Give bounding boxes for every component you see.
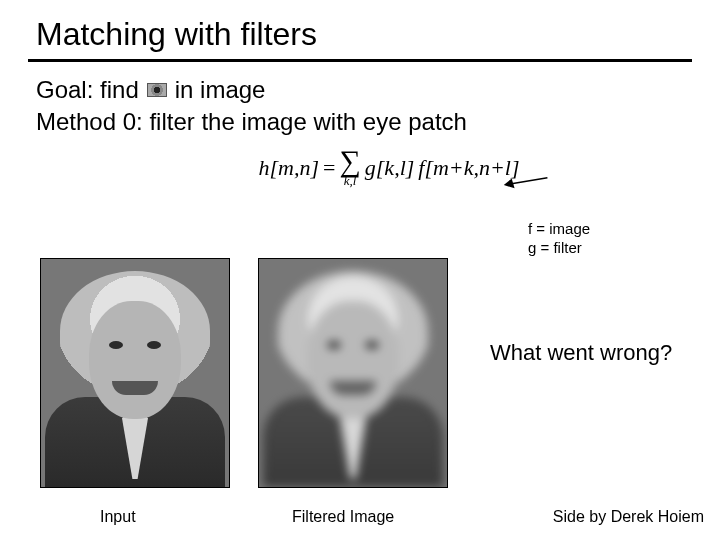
goal-line: Goal: find in image bbox=[36, 76, 692, 104]
formula-f: f[m+k,n+l] bbox=[418, 155, 519, 181]
formula-lhs: h[m,n] bbox=[258, 155, 319, 181]
sigma-icon: ∑ k,l bbox=[339, 146, 360, 189]
method-text: Method 0: filter the image with eye patc… bbox=[36, 108, 467, 136]
images-row bbox=[40, 258, 448, 488]
svg-marker-1 bbox=[503, 179, 517, 193]
legend-f: f = image bbox=[528, 220, 590, 239]
formula-eq: = bbox=[323, 155, 335, 181]
goal-suffix: in image bbox=[175, 76, 266, 104]
credit-text: Side by Derek Hoiem bbox=[553, 508, 704, 526]
formula-g: g[k,l] bbox=[365, 155, 415, 181]
legend-block: f = image g = filter bbox=[528, 220, 590, 258]
input-image bbox=[40, 258, 230, 488]
formula: h[m,n] = ∑ k,l g[k,l] f[m+k,n+l] bbox=[208, 146, 519, 189]
caption-filtered: Filtered Image bbox=[292, 508, 394, 526]
caption-input: Input bbox=[100, 508, 136, 526]
title-rule bbox=[28, 59, 692, 62]
question-text: What went wrong? bbox=[490, 340, 672, 366]
content-block: Goal: find in image Method 0: filter the… bbox=[0, 72, 720, 189]
filtered-image bbox=[258, 258, 448, 488]
eye-patch-icon bbox=[147, 83, 167, 97]
legend-g: g = filter bbox=[528, 239, 590, 258]
goal-prefix: Goal: find bbox=[36, 76, 139, 104]
sigma-sub: k,l bbox=[344, 174, 357, 187]
method-line: Method 0: filter the image with eye patc… bbox=[36, 108, 692, 136]
slide-title: Matching with filters bbox=[0, 0, 720, 59]
formula-block: h[m,n] = ∑ k,l g[k,l] f[m+k,n+l] bbox=[36, 146, 692, 189]
